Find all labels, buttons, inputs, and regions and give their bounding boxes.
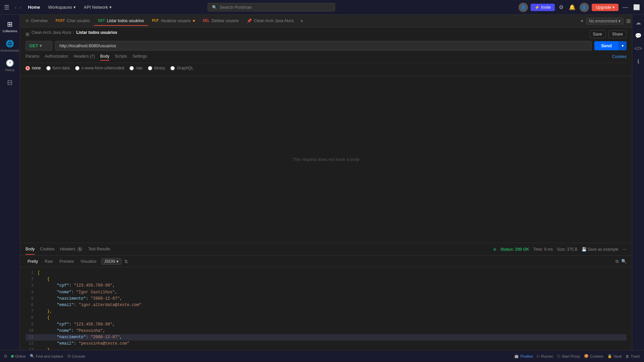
sidebar-item-mock[interactable]: ⊟	[0, 76, 20, 89]
tab-deletar[interactable]: DEL Deletar usuario	[199, 16, 243, 26]
body-option-form-data[interactable]: form-data	[46, 66, 70, 70]
body-option-raw[interactable]: raw	[129, 66, 142, 70]
tab-listar[interactable]: GET Listar todos usuários	[94, 16, 148, 26]
console-button[interactable]: ⊡ Console	[67, 354, 85, 358]
workspaces-button[interactable]: Workspaces ▾	[45, 3, 78, 11]
cookies-icon: 🍪	[584, 354, 589, 358]
tab-clean-arch[interactable]: 📌 Clean Arch Java Alura	[243, 16, 298, 26]
trash-button[interactable]: 🗑 Trash	[626, 354, 640, 358]
resp-tab-cookies[interactable]: Cookies	[40, 244, 54, 255]
send-button[interactable]: Send	[594, 41, 619, 50]
body-option-x-www-form-urlencoded[interactable]: x-www-form-urlencoded	[75, 66, 124, 70]
maximize-icon[interactable]: ⬜	[632, 3, 641, 12]
method-selector[interactable]: GET ▾	[25, 41, 52, 51]
body-option-binary[interactable]: binary	[148, 66, 165, 70]
grid-icon[interactable]: ⊞	[626, 18, 631, 24]
minimize-icon[interactable]: —	[621, 3, 629, 12]
tab-headers[interactable]: Headers (7)	[73, 53, 95, 61]
body-empty-state: This request does not have a body	[20, 76, 632, 243]
resp-tab-test-results[interactable]: Test Results	[88, 244, 110, 255]
fmt-tab-visualize[interactable]: Visualize	[78, 258, 99, 265]
tab-scripts[interactable]: Scripts	[115, 53, 127, 61]
home-button[interactable]: Home	[25, 3, 43, 11]
code-view: 1 [ 2 { 3 "cpf": "123.456.789-99", 4 "no…	[20, 267, 632, 350]
share-button[interactable]: Share	[608, 30, 627, 38]
fmt-tab-raw[interactable]: Raw	[43, 258, 55, 265]
code-line-3: 3 "cpf": "123.456.789-99",	[25, 283, 627, 289]
add-tab-button[interactable]: +	[298, 17, 306, 25]
vault-button[interactable]: 🔒 Vault	[607, 354, 622, 358]
layout-icon[interactable]: ⊟	[4, 354, 7, 358]
response-area: Body Cookies Headers 5 Test Results ⊕ St…	[20, 243, 632, 350]
fmt-tab-pretty[interactable]: Pretty	[25, 258, 40, 265]
send-dropdown-button[interactable]: ▾	[619, 41, 627, 50]
settings-icon[interactable]: ⚙	[557, 3, 565, 12]
response-tabs-bar: Body Cookies Headers 5 Test Results ⊕ St…	[20, 243, 632, 256]
cloud-icon[interactable]: ☁	[634, 17, 643, 28]
code-line-5: 5 "nascimento": "2000-12-07",	[25, 296, 627, 302]
filter-icon[interactable]: ⇅	[124, 259, 128, 264]
resp-tab-headers[interactable]: Headers 5	[60, 244, 83, 255]
pin-icon: 📌	[247, 18, 252, 23]
online-status[interactable]: Online	[11, 354, 26, 358]
environment-selector[interactable]: No environment ▾	[586, 18, 624, 24]
more-options-icon[interactable]: ⋯	[623, 247, 627, 252]
sidebar-item-collections[interactable]: ⊞ Collections	[0, 17, 20, 36]
save-button[interactable]: Save	[589, 30, 606, 38]
sidebar-item-environments[interactable]: 🌐 Environments	[0, 37, 20, 55]
tab-atualizar[interactable]: PUT Atualizar usuario	[148, 16, 199, 26]
tab-body[interactable]: Body	[100, 53, 109, 61]
breadcrumb: ⊞ Clean Arch Java Alura / Listar todos u…	[25, 30, 627, 38]
copy-icon[interactable]: ⧉	[615, 259, 619, 264]
search-icon: 🔍	[212, 5, 217, 10]
vault-icon: 🔒	[607, 354, 612, 358]
upgrade-button[interactable]: Upgrade ▾	[592, 4, 619, 11]
code-slash-icon[interactable]: </>	[632, 44, 644, 54]
save-example-button[interactable]: 💾 Save as example	[582, 247, 619, 252]
body-option-graphql[interactable]: GraphQL	[170, 66, 193, 70]
notification-icon[interactable]: 🔔	[568, 3, 577, 12]
menu-icon[interactable]: ☰	[3, 2, 11, 12]
api-network-button[interactable]: API Network ▾	[81, 3, 114, 11]
status-right: 🤖 Postbot ▷ Runner ⬡ Start Proxy 🍪 Cooki…	[514, 354, 640, 358]
code-line-1: 1 [	[25, 270, 627, 276]
user-avatar[interactable]: 👤	[580, 3, 589, 12]
url-input[interactable]	[55, 41, 592, 51]
send-btn-group: Send ▾	[594, 41, 627, 50]
fmt-tab-preview[interactable]: Preview	[57, 258, 76, 265]
back-button[interactable]: ‹	[13, 4, 18, 11]
body-option-none[interactable]: none	[25, 66, 41, 70]
search-bar[interactable]: 🔍 Search Postman	[208, 3, 335, 11]
info-icon[interactable]: ℹ	[635, 56, 641, 67]
code-line-11: 11 "nascimento": "2000-12-07",	[25, 334, 627, 341]
proxy-icon: ⬡	[557, 354, 560, 358]
environments-icon: 🌐	[6, 40, 14, 48]
sidebar-item-history[interactable]: 🕐 History	[0, 56, 20, 74]
forward-button[interactable]: ›	[18, 4, 23, 11]
runner-icon: ▷	[537, 354, 540, 358]
runner-button[interactable]: ▷ Runner	[537, 354, 553, 358]
tab-overview[interactable]: ⊙ Overview	[21, 16, 52, 26]
search-icon[interactable]: 🔍	[621, 259, 627, 264]
format-right: ⧉ 🔍	[615, 259, 627, 264]
trash-icon: 🗑	[626, 354, 629, 358]
cookies-button[interactable]: 🍪 Cookies	[584, 354, 603, 358]
code-line-8: 8 {	[25, 315, 627, 321]
format-selector[interactable]: JSON ▾	[101, 258, 121, 265]
tab-criar[interactable]: POST Criar usuário	[52, 16, 94, 26]
tab-settings[interactable]: Settings	[132, 53, 147, 61]
resp-tab-body[interactable]: Body	[25, 244, 35, 255]
comment-icon[interactable]: 💬	[633, 31, 644, 41]
status-bar: ⊟ Online 🔍 Find and replace ⊡ Console 🤖 …	[0, 350, 644, 362]
postbot-button[interactable]: 🤖 Postbot	[514, 354, 533, 358]
tab-params[interactable]: Params	[25, 53, 39, 61]
tab-authorization[interactable]: Authorization	[45, 53, 68, 61]
cookies-link[interactable]: Cookies	[612, 54, 627, 59]
find-replace-button[interactable]: 🔍 Find and replace	[30, 354, 63, 358]
start-proxy-button[interactable]: ⬡ Start Proxy	[557, 354, 580, 358]
invite-button[interactable]: ⚡ Invite	[531, 4, 555, 11]
code-line-9: 9 "cpf": "123.456.789-99",	[25, 321, 627, 328]
avatar[interactable]: 👤	[519, 3, 528, 12]
chevron-down-icon[interactable]: ▾	[581, 18, 583, 23]
code-line-6: 6 "email": "igor.alterdata@teste.com"	[25, 302, 627, 308]
